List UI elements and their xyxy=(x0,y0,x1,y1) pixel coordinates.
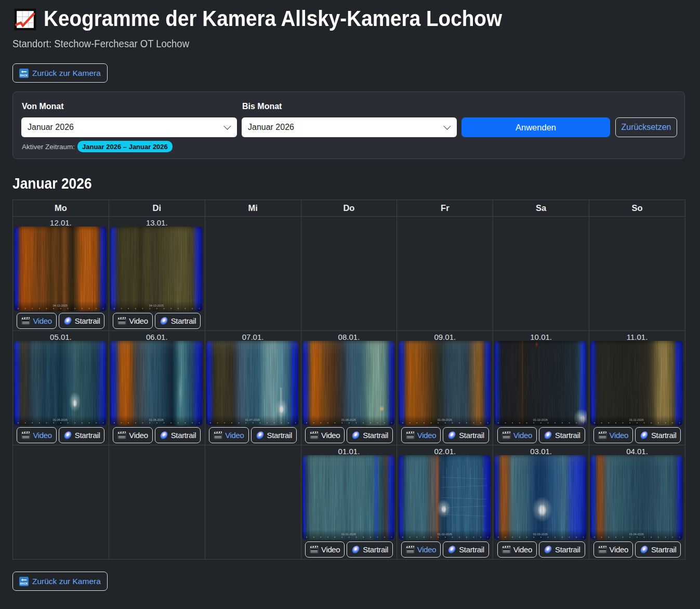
svg-text:01-09-2026: 01-09-2026 xyxy=(437,418,452,421)
svg-text:04-12-2025: 04-12-2025 xyxy=(53,304,68,307)
svg-text:01-05-2026: 01-05-2026 xyxy=(53,418,68,421)
svg-text:01-01-2026: 01-01-2026 xyxy=(341,533,355,536)
svg-text:01-06-2026: 01-06-2026 xyxy=(149,418,164,421)
svg-text:01-11-2026: 01-11-2026 xyxy=(629,418,644,421)
svg-text:01-04-2026: 01-04-2026 xyxy=(629,533,644,536)
svg-text:BACK: BACK xyxy=(20,73,28,76)
svg-text:01-07-2026: 01-07-2026 xyxy=(245,418,260,421)
svg-text:BACK: BACK xyxy=(20,581,28,585)
svg-text:04-13-2025: 04-13-2025 xyxy=(149,304,164,307)
svg-text:01-08-2026: 01-08-2026 xyxy=(341,418,355,421)
svg-text:01-10-2026: 01-10-2026 xyxy=(533,418,548,421)
svg-text:01-03-2026: 01-03-2026 xyxy=(533,533,548,536)
svg-text:01-02-2026: 01-02-2026 xyxy=(437,533,452,536)
